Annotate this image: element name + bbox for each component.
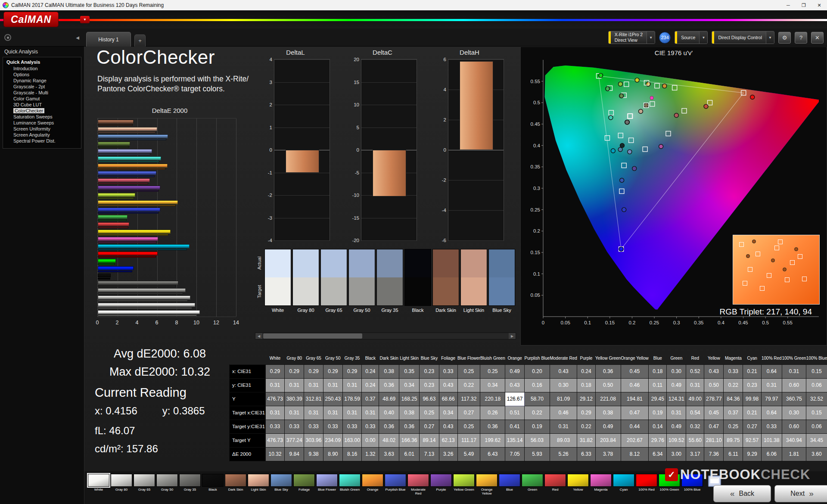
chevron-down-icon[interactable]: ▼ [647, 31, 655, 44]
sidebar-item-screen-uniformity[interactable]: Screen Uniformity [3, 126, 81, 132]
swatch-button-orange-yellow[interactable]: Orange Yellow [476, 474, 497, 495]
swatch-button-100-red[interactable]: 100% Red [636, 474, 657, 495]
scrollbar-thumb[interactable] [263, 333, 362, 339]
patch-swatch-gray-50[interactable]: Gray 50 [348, 249, 375, 313]
chevron-down-icon[interactable]: ▼ [766, 31, 774, 44]
logo-dropdown-icon[interactable]: ▼ [80, 16, 90, 23]
sidebar-item-color-gamut[interactable]: Color Gamut [3, 96, 81, 102]
swatch-button-gray-65[interactable]: Gray 65 [134, 474, 155, 495]
close-icon[interactable]: ✕ [811, 0, 827, 10]
x-tick-label: 14 [233, 320, 239, 326]
sidebar-item-luminance-sweeps[interactable]: Luminance Sweeps [3, 120, 81, 126]
swatch-button-purple[interactable]: Purple [430, 474, 452, 495]
scroll-right-icon[interactable]: ▶ [509, 333, 516, 339]
swatch-button-gray-35[interactable]: Gray 35 [179, 474, 201, 495]
patch-swatch-dark-skin[interactable]: Dark Skin [432, 249, 459, 313]
swatch-button-yellow-green[interactable]: Yellow Green [453, 474, 475, 495]
sidebar-item-3d-cube-lut[interactable]: 3D Cube LUT [3, 102, 81, 108]
swatch-button-green[interactable]: Green [522, 474, 543, 495]
swatch-button-cyan[interactable]: Cyan [613, 474, 634, 495]
target-marker-icon [767, 273, 771, 278]
patch-swatch-light-skin[interactable]: Light Skin [460, 249, 487, 313]
display-control-dropdown[interactable]: Direct Display Control ▼ [712, 31, 774, 44]
bar [98, 259, 116, 263]
bar-secondary [98, 278, 110, 280]
minimize-icon[interactable]: ─ [780, 0, 796, 10]
swatch-button-red[interactable]: Red [544, 474, 566, 495]
meter-dropdown[interactable]: X-Rite i1Pro 2 Direct View ▼ [608, 31, 655, 44]
chevron-down-icon[interactable]: ▼ [699, 31, 707, 44]
cie-current-reading [650, 96, 653, 100]
scroll-left-icon[interactable]: ◀ [255, 333, 262, 339]
table-cell: 202.67 [621, 433, 649, 447]
swatch-button-label: Bluish Green [339, 488, 361, 492]
swatch-button-label: 100% Blue [681, 488, 703, 492]
svg-text:0.35: 0.35 [531, 164, 540, 169]
patch-swatch-gray-65[interactable]: Gray 65 [320, 249, 347, 313]
target-row-label: Target [255, 277, 264, 306]
swatch-button-light-skin[interactable]: Light Skin [248, 474, 269, 495]
sidebar-collapse-icon[interactable]: ◀ [74, 34, 81, 41]
swatch-color [430, 474, 452, 487]
exit-icon[interactable]: ✕ [811, 32, 824, 44]
sidebar-item-spectral-power-dist[interactable]: Spectral Power Dist. [3, 138, 81, 144]
calman-logo[interactable]: CalMAN [3, 12, 59, 27]
patch-swatch-blue-sky[interactable]: Blue Sky [488, 249, 515, 313]
sidebar-item-grayscale-2pt[interactable]: Grayscale - 2pt [3, 84, 81, 90]
swatch-button-blue-flower[interactable]: Blue Flower [316, 474, 338, 495]
swatch-button-orange[interactable]: Orange [362, 474, 383, 495]
sidebar-item-saturation-sweeps[interactable]: Saturation Sweeps [3, 114, 81, 120]
deltae-bar-red [98, 222, 236, 230]
sidebar-item-options[interactable]: Options [3, 72, 81, 78]
swatch-button-gray-80[interactable]: Gray 80 [111, 474, 132, 495]
swatch-button-purplish-blue[interactable]: Purplish Blue [385, 474, 406, 495]
add-tab-button[interactable]: + [134, 34, 146, 47]
patch-swatch-gray-80[interactable]: Gray 80 [292, 249, 319, 313]
patch-swatch-white[interactable]: White [264, 249, 291, 313]
swatch-button-gray-50[interactable]: Gray 50 [156, 474, 178, 495]
deltaC-bar [373, 150, 406, 196]
swatch-button-foliage[interactable]: Foliage [293, 474, 315, 495]
sidebar-item-colorchecker[interactable]: ColorChecker [3, 108, 81, 114]
gear-icon[interactable]: ⚙ [778, 32, 791, 44]
deltae-bar-100-red [98, 252, 236, 259]
swatch-color [156, 474, 178, 487]
table-cell: 111.17 [457, 433, 480, 447]
deltaC-plot [361, 59, 417, 241]
swatch-button-dark-skin[interactable]: Dark Skin [225, 474, 246, 495]
y-tick-label: 0 [345, 147, 359, 152]
swatch-button-bluish-green[interactable]: Bluish Green [339, 474, 361, 495]
back-button[interactable]: « Back [713, 485, 771, 502]
help-icon[interactable]: ? [795, 32, 807, 44]
swatch-button-black[interactable]: Black [202, 474, 224, 495]
swatch-button-white[interactable]: White [88, 474, 109, 495]
measurement-count-badge[interactable]: 234 [659, 32, 671, 44]
swatch-colors [432, 249, 459, 306]
sidebar-item-introduction[interactable]: Introduction [3, 65, 81, 72]
table-cell: 0.27 [743, 420, 761, 433]
gridline [274, 128, 330, 128]
column-header-moderate-red: Moderate Red [550, 352, 577, 364]
sidebar-item-grayscale-multi[interactable]: Grayscale - Multi [3, 90, 81, 96]
source-dropdown[interactable]: Source ▼ [675, 31, 708, 44]
swatch-button-moderate-red[interactable]: Moderate Red [407, 474, 429, 495]
next-button[interactable]: Next » [774, 485, 827, 502]
maximize-icon[interactable]: ❐ [796, 0, 811, 10]
patch-swatch-black[interactable]: Black [404, 249, 431, 313]
column-header-red: Red [686, 352, 704, 364]
table-cell: 0.33 [323, 420, 342, 433]
sidebar-tree-root[interactable]: Quick Analysis [3, 59, 81, 65]
gridline [361, 240, 417, 241]
tab-history-1[interactable]: History 1 [86, 32, 131, 47]
swatch-button-yellow[interactable]: Yellow [567, 474, 589, 495]
swatch-button-label: Dark Skin [225, 488, 246, 492]
table-cell: 55.60 [686, 433, 704, 447]
swatch-button-magenta[interactable]: Magenta [590, 474, 612, 495]
swatch-button-blue-sky[interactable]: Blue Sky [270, 474, 292, 495]
horizontal-scrollbar[interactable]: ◀ ▶ [255, 333, 516, 339]
swatch-button-blue[interactable]: Blue [499, 474, 520, 495]
sidebar-item-screen-angularity[interactable]: Screen Angularity [3, 132, 81, 138]
sidebar-item-dynamic-range[interactable]: Dynamic Range [3, 78, 81, 84]
record-button[interactable] [4, 34, 11, 41]
patch-swatch-gray-35[interactable]: Gray 35 [376, 249, 403, 313]
